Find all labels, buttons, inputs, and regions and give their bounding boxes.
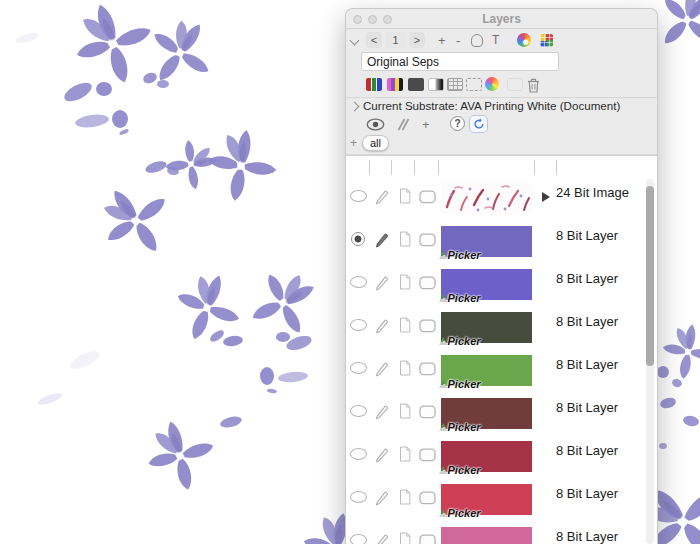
column-ruler	[346, 155, 657, 177]
page-icon[interactable]	[399, 532, 411, 544]
edit-toggle-icon[interactable]	[374, 532, 390, 544]
substrate-label: Current Substrate: AVA Printing White (D…	[363, 99, 620, 112]
shape-tool-icon[interactable]	[471, 34, 483, 47]
text-tool-button[interactable]: T	[492, 32, 499, 48]
edit-toggle-icon[interactable]	[374, 403, 390, 420]
substrate-row[interactable]: Current Substrate: AVA Printing White (D…	[346, 99, 657, 114]
layer-row[interactable]: Picker 8 Bit Layer	[346, 349, 657, 392]
rgb-channels-icon[interactable]	[366, 78, 382, 91]
disclosure-arrow[interactable]	[542, 192, 550, 202]
minimize-button[interactable]	[368, 15, 377, 24]
remove-button[interactable]: -	[456, 32, 460, 48]
picker-icon	[439, 294, 447, 302]
page-icon[interactable]	[399, 489, 411, 505]
color-wheel-icon[interactable]	[485, 77, 499, 91]
layers-panel: Layers < 1 > + - T	[345, 8, 658, 544]
panel-toolbar: < 1 > + - T	[346, 32, 657, 50]
layer-set-name-input[interactable]	[361, 52, 559, 71]
visibility-toggle[interactable]	[350, 319, 367, 331]
layer-row[interactable]: Picker 8 Bit Layer	[346, 435, 657, 478]
visibility-toggle[interactable]	[350, 405, 367, 417]
mosaic-icon[interactable]	[540, 34, 553, 47]
help-button[interactable]: ?	[450, 116, 465, 131]
layer-thumbnail[interactable]	[441, 183, 532, 214]
visibility-toggle[interactable]	[350, 491, 367, 503]
collapse-chevron-icon[interactable]	[350, 36, 360, 46]
picker-badge: Picker	[439, 507, 481, 519]
mask-icon[interactable]	[419, 448, 436, 462]
chevron-right-icon[interactable]	[350, 102, 360, 112]
mask-icon[interactable]	[419, 405, 436, 419]
pencil-slash-icon[interactable]	[394, 117, 410, 132]
page-icon[interactable]	[399, 188, 411, 204]
separation-toolbar	[346, 77, 657, 93]
next-page-button[interactable]: >	[409, 32, 425, 48]
cmyk-channels-icon[interactable]	[387, 78, 403, 91]
edit-toggle-icon[interactable]	[374, 489, 390, 506]
add-button[interactable]: +	[438, 32, 446, 48]
picker-badge: Picker	[439, 421, 481, 433]
edit-toggle-icon[interactable]	[374, 446, 390, 463]
layer-type-label: 8 Bit Layer	[556, 486, 618, 501]
edit-toggle-icon[interactable]	[374, 231, 390, 248]
window-titlebar[interactable]: Layers	[346, 9, 657, 29]
layer-type-label: 8 Bit Layer	[556, 443, 618, 458]
marquee-icon[interactable]	[466, 78, 482, 91]
layer-row[interactable]: Picker 8 Bit Layer	[346, 220, 657, 263]
edit-toggle-icon[interactable]	[374, 360, 390, 377]
layer-row[interactable]: 24 Bit Image	[346, 177, 657, 220]
zoom-button[interactable]	[383, 15, 392, 24]
visibility-toggle[interactable]	[350, 534, 367, 544]
page-icon[interactable]	[399, 274, 411, 290]
sync-arrows-icon	[473, 118, 485, 130]
picker-icon	[439, 337, 447, 345]
gradient-icon[interactable]	[428, 78, 444, 91]
blank-layer-icon[interactable]	[507, 78, 523, 91]
mask-icon[interactable]	[419, 233, 436, 247]
layer-row[interactable]: Picker 8 Bit Layer	[346, 263, 657, 306]
layer-row[interactable]: Picker 8 Bit Layer	[346, 306, 657, 349]
layer-type-label: 8 Bit Layer	[556, 529, 618, 544]
mask-icon[interactable]	[419, 276, 436, 290]
visibility-toggle[interactable]	[350, 190, 367, 202]
sync-button[interactable]	[469, 115, 488, 133]
close-button[interactable]	[353, 15, 362, 24]
picker-icon	[439, 251, 447, 259]
mask-icon[interactable]	[419, 190, 436, 204]
page-number-field[interactable]: 1	[385, 32, 406, 48]
all-filter-pill[interactable]: all	[362, 135, 389, 151]
layer-type-label: 8 Bit Layer	[556, 400, 618, 415]
visibility-toggle[interactable]	[350, 362, 367, 374]
layer-type-label: 24 Bit Image	[556, 185, 629, 200]
page-icon[interactable]	[399, 446, 411, 462]
edit-toggle-icon[interactable]	[374, 317, 390, 334]
page-icon[interactable]	[399, 231, 411, 247]
eye-icon[interactable]	[366, 118, 385, 131]
page-icon[interactable]	[399, 317, 411, 333]
edit-toggle-icon[interactable]	[374, 274, 390, 291]
layer-row[interactable]: Picker 8 Bit Layer	[346, 521, 657, 544]
trash-icon[interactable]	[527, 78, 540, 93]
mask-icon[interactable]	[419, 491, 436, 505]
layer-swatch[interactable]	[441, 527, 532, 544]
prev-page-button[interactable]: <	[366, 32, 382, 48]
picker-badge: Picker	[439, 249, 481, 261]
add-tag-button[interactable]: +	[350, 135, 357, 151]
page-icon[interactable]	[399, 360, 411, 376]
mask-icon[interactable]	[419, 362, 436, 376]
mask-icon[interactable]	[419, 534, 436, 544]
visibility-toggle[interactable]	[350, 448, 367, 460]
page-icon[interactable]	[399, 403, 411, 419]
edit-toggle-icon[interactable]	[374, 188, 390, 205]
grid-icon[interactable]	[447, 78, 463, 91]
layer-row[interactable]: Picker 8 Bit Layer	[346, 392, 657, 435]
app-screen: Layers < 1 > + - T	[0, 0, 700, 544]
palette-icon[interactable]	[517, 33, 531, 47]
mask-icon[interactable]	[419, 319, 436, 333]
layer-row[interactable]: Picker 8 Bit Layer	[346, 478, 657, 521]
visibility-toggle-active[interactable]	[351, 232, 365, 246]
visibility-toggle[interactable]	[350, 276, 367, 288]
solid-fill-icon[interactable]	[408, 78, 424, 91]
scrollbar-thumb[interactable]	[646, 186, 654, 366]
add-control-button[interactable]: +	[422, 115, 430, 133]
